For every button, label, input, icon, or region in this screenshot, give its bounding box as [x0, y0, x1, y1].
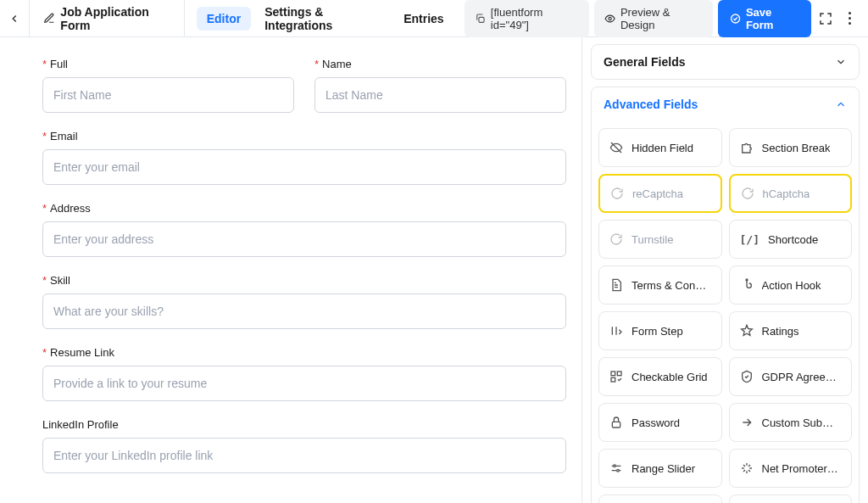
panel-general: General Fields	[591, 44, 860, 80]
eye-off-icon	[609, 141, 623, 154]
step-icon	[609, 324, 623, 338]
field-name[interactable]: *Name	[314, 58, 566, 113]
panel-advanced: Advanced Fields Hidden Field Section Bre…	[591, 87, 860, 503]
shortcode-chip[interactable]: [fluentform id="49"]	[465, 0, 589, 37]
label-skill: *Skill	[42, 274, 566, 287]
label-name: *Name	[314, 58, 566, 70]
save-button[interactable]: Save Form	[718, 0, 811, 37]
field-net-promoter[interactable]: Net Promoter S...	[729, 449, 853, 488]
field-resume[interactable]: *Resume Link	[42, 346, 566, 401]
resume-row: *Resume Link	[42, 346, 566, 401]
address-row: *Address	[42, 202, 566, 257]
field-hidden[interactable]: Hidden Field	[598, 128, 722, 167]
field-gdpr[interactable]: GDPR Agreement	[729, 357, 853, 396]
fullscreen-button[interactable]	[816, 8, 836, 29]
label-resume: *Resume Link	[42, 346, 566, 359]
captcha-icon	[741, 187, 754, 200]
tab-entries[interactable]: Entries	[393, 7, 453, 31]
eye-icon	[604, 13, 615, 25]
field-custom-submit[interactable]: Custom Submit ...	[729, 403, 853, 442]
fields-sidebar: General Fields Advanced Fields Hidden Fi…	[581, 37, 868, 503]
puzzle-icon	[740, 141, 754, 154]
page-title: Job Application Form	[35, 0, 185, 37]
field-range-slider[interactable]: Range Slider	[598, 449, 722, 488]
field-section-break[interactable]: Section Break	[729, 128, 853, 167]
lock-icon	[609, 416, 623, 429]
svg-rect-0	[479, 17, 484, 22]
input-resume[interactable]	[42, 366, 566, 401]
kebab-icon	[849, 12, 851, 25]
document-icon	[609, 278, 623, 292]
svg-rect-5	[611, 372, 615, 376]
edit-icon	[43, 12, 55, 25]
sparkle-icon	[740, 461, 754, 475]
field-skill[interactable]: *Skill	[42, 274, 566, 329]
check-circle-icon	[730, 13, 741, 25]
linkedin-row: LinkedIn Profile	[42, 418, 566, 473]
field-terms[interactable]: Terms & Conditi...	[598, 265, 722, 305]
field-full[interactable]: *Full	[42, 58, 294, 113]
general-fields-label: General Fields	[604, 55, 685, 69]
field-hcaptcha[interactable]: hCaptcha	[729, 174, 853, 213]
field-email[interactable]: *Email	[42, 130, 566, 185]
svg-point-10	[617, 469, 620, 472]
field-chained-select[interactable]: Chained Select	[598, 495, 722, 503]
arrow-right-icon	[740, 416, 754, 429]
page-title-text: Job Application Form	[60, 5, 175, 32]
copy-icon	[475, 13, 486, 25]
captcha-icon	[609, 232, 623, 246]
input-first-name[interactable]	[42, 77, 294, 113]
input-linkedin[interactable]	[42, 438, 566, 473]
label-full: *Full	[42, 58, 294, 70]
chevron-up-icon	[835, 98, 847, 110]
expand-icon	[818, 11, 833, 26]
svg-point-1	[609, 17, 611, 20]
field-form-step[interactable]: Form Step	[598, 311, 722, 350]
advanced-fields-label: Advanced Fields	[604, 98, 698, 111]
email-row: *Email	[42, 130, 566, 185]
tab-settings[interactable]: Settings & Integrations	[254, 0, 390, 37]
slider-icon	[609, 461, 623, 475]
field-action-hook[interactable]: Action Hook	[729, 265, 853, 305]
svg-rect-7	[611, 377, 615, 382]
field-color-picker[interactable]: Color Picker	[729, 495, 853, 503]
shortcode-text: [fluentform id="49"]	[491, 6, 579, 31]
field-shortcode[interactable]: [/] Shortcode	[729, 220, 853, 259]
svg-rect-6	[617, 372, 621, 376]
label-address: *Address	[42, 202, 566, 215]
svg-rect-8	[612, 422, 620, 428]
advanced-fields-grid: Hidden Field Section Break reCaptcha hCa…	[592, 121, 859, 503]
top-bar: Job Application Form Editor Settings & I…	[0, 0, 868, 37]
tab-editor[interactable]: Editor	[197, 7, 251, 31]
label-linkedin: LinkedIn Profile	[42, 418, 566, 431]
name-row: *Full *Name	[42, 58, 566, 113]
skill-row: *Skill	[42, 274, 566, 329]
field-address[interactable]: *Address	[42, 202, 566, 257]
captcha-icon	[610, 187, 624, 200]
input-address[interactable]	[42, 221, 566, 257]
code-icon: [/]	[740, 233, 760, 246]
hook-icon	[740, 278, 754, 292]
field-checkable-grid[interactable]: Checkable Grid	[598, 357, 722, 396]
main: *Full *Name *Email *Address *Skill	[0, 37, 868, 503]
star-icon	[740, 324, 754, 338]
grid-icon	[609, 370, 623, 383]
field-password[interactable]: Password	[598, 403, 722, 442]
input-last-name[interactable]	[314, 77, 566, 113]
preview-button[interactable]: Preview & Design	[594, 0, 713, 37]
chevron-down-icon	[835, 56, 847, 68]
field-turnstile[interactable]: Turnstile	[598, 220, 722, 259]
preview-label: Preview & Design	[620, 6, 703, 31]
input-email[interactable]	[42, 149, 566, 185]
field-linkedin[interactable]: LinkedIn Profile	[42, 418, 566, 473]
field-ratings[interactable]: Ratings	[729, 311, 853, 350]
general-fields-toggle[interactable]: General Fields	[592, 45, 859, 79]
advanced-fields-toggle[interactable]: Advanced Fields	[592, 87, 859, 121]
header-tabs: Editor Settings & Integrations Entries	[190, 0, 454, 37]
input-skill[interactable]	[42, 293, 566, 329]
svg-point-9	[614, 465, 616, 467]
back-button[interactable]	[8, 0, 30, 37]
more-button[interactable]	[840, 8, 860, 29]
label-email: *Email	[42, 130, 566, 143]
field-recaptcha[interactable]: reCaptcha	[598, 174, 722, 213]
